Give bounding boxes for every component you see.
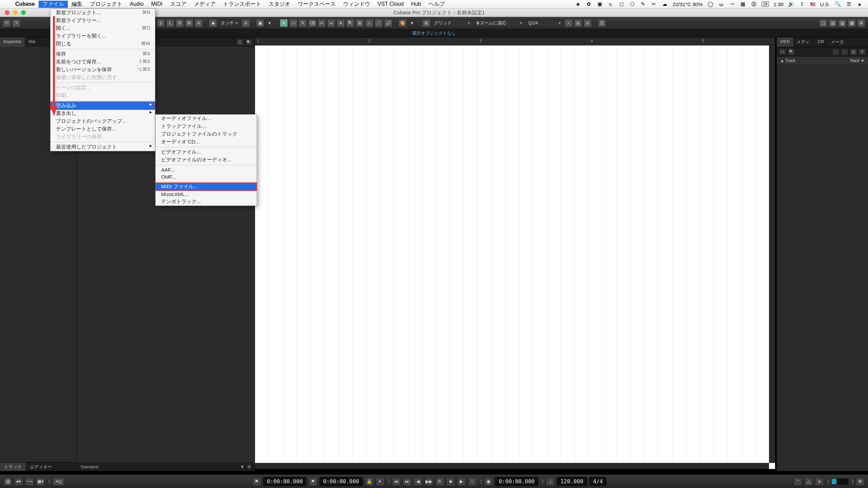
settings-button[interactable]: ⚙ <box>857 19 865 27</box>
warp-tool[interactable]: ⫽ <box>365 19 373 27</box>
input-lang[interactable]: U.S. <box>820 1 830 7</box>
write-button[interactable]: W <box>185 19 193 27</box>
evernote-icon[interactable]: ✎ <box>640 1 646 7</box>
right-locator[interactable]: 0:00:00.000 <box>319 477 363 486</box>
dropbox-icon[interactable]: ⬡ <box>629 1 635 7</box>
transport-midi-mode[interactable]: ▣▾ <box>36 477 45 486</box>
undo-button[interactable]: ↶ <box>3 19 11 27</box>
window-minimize[interactable] <box>13 10 18 15</box>
camera-icon[interactable]: ▣ <box>597 1 603 7</box>
mi-close[interactable]: 閉じる⌘W <box>51 40 155 48</box>
read-button[interactable]: R <box>176 19 184 27</box>
mi-save-template[interactable]: テンプレートとして保存... <box>51 125 155 133</box>
mi-import-tempo[interactable]: テンポトラック... <box>156 198 257 206</box>
mi-export[interactable]: 書き出し <box>51 110 155 117</box>
mi-import-midi[interactable]: MIDI ファイル... <box>156 183 257 191</box>
timesig-display[interactable]: 4/4 <box>589 477 606 486</box>
notification-icon[interactable]: ☰ <box>846 1 852 7</box>
mute-tool[interactable]: ✕ <box>337 19 345 27</box>
menu-media[interactable]: メディア <box>190 1 219 8</box>
tab-track[interactable]: トラック <box>0 463 26 471</box>
menu-midi[interactable]: MIDI <box>147 1 166 7</box>
dropdown-button[interactable]: ▼ <box>265 19 274 27</box>
transport-power[interactable]: ⏻ <box>3 477 12 486</box>
tab-editor[interactable]: エディター <box>26 463 56 471</box>
col-track[interactable]: ▲ Track <box>777 58 823 63</box>
menu-score[interactable]: スコア <box>166 1 190 8</box>
zoom-tool[interactable]: 🔍 <box>346 19 354 27</box>
solo-button[interactable]: S <box>157 19 165 27</box>
status-icon[interactable]: ◯ <box>707 1 713 7</box>
cycle[interactable]: ↻ <box>435 477 444 486</box>
marker-button[interactable]: ◉ <box>484 477 493 486</box>
mi-import-aaf[interactable]: AAF... <box>156 166 257 173</box>
punch-in[interactable]: 🔒 <box>365 477 374 486</box>
line-tool[interactable]: ／ <box>375 19 383 27</box>
settings-button[interactable]: ⚙ <box>859 48 866 55</box>
layout-button[interactable]: ▤ <box>829 19 837 27</box>
main-time[interactable]: 0:00:00.000 <box>495 477 538 486</box>
mi-save[interactable]: 保存⌘S <box>51 50 155 58</box>
zoom-mode-combo[interactable]: ⋕ ズームに適応 <box>474 19 525 27</box>
go-start[interactable]: ⏮ <box>392 477 401 486</box>
window-close[interactable] <box>5 10 9 15</box>
automation-icon[interactable]: ◆ <box>209 19 217 27</box>
go-end[interactable]: ⏭ <box>403 477 412 486</box>
volume-icon[interactable]: 🔊 <box>788 1 794 7</box>
wifi-icon[interactable]: ⇪ <box>799 1 805 7</box>
arrange-grid[interactable] <box>255 45 775 463</box>
tab-media[interactable]: メディ. <box>793 37 814 47</box>
status-icon[interactable]: ⓖ <box>751 1 757 7</box>
window-maximize[interactable] <box>21 10 26 15</box>
mi-import-track[interactable]: トラックファイル... <box>156 122 257 130</box>
e-button[interactable]: e <box>242 19 250 27</box>
mi-save-version[interactable]: 新しいバージョンを保存⌥⌘S <box>51 66 155 74</box>
e-button[interactable]: e <box>584 19 592 27</box>
quantize-combo[interactable]: Q 1/4 <box>526 19 563 27</box>
tab-inspector[interactable]: Inspector <box>0 37 25 47</box>
add-instrument-button[interactable]: +⫴ <box>779 48 786 55</box>
status-icon[interactable]: ⤳ <box>729 1 735 7</box>
layout-button[interactable]: ▥ <box>838 19 846 27</box>
record-button[interactable]: ○ <box>468 477 477 486</box>
mi-import-video[interactable]: ビデオファイル... <box>156 148 257 156</box>
timeline-ruler[interactable]: 1 2 3 4 5 <box>255 37 775 45</box>
rewind[interactable]: ◀ <box>414 477 422 486</box>
track-preset[interactable]: Standard <box>80 464 98 469</box>
scrollbar-vertical[interactable] <box>769 45 775 463</box>
menu-workspace[interactable]: ワークスペース <box>294 1 339 8</box>
comp-tool[interactable]: ⊞ <box>356 19 364 27</box>
automation-button[interactable]: A <box>195 19 203 27</box>
draw-tool[interactable]: ✎ <box>299 19 307 27</box>
metronome-button[interactable]: ⌃ <box>793 477 802 486</box>
status-icon[interactable]: ✂ <box>651 1 657 7</box>
clock[interactable]: 1:30 <box>774 1 784 7</box>
app-menu[interactable]: Cubase <box>12 1 39 7</box>
color-tool[interactable]: 🎨 <box>398 19 407 27</box>
mi-open-library[interactable]: ライブラリーを開く... <box>51 32 155 40</box>
tab-cr[interactable]: CR <box>814 37 827 47</box>
transport-record-mode[interactable]: ●▾ <box>14 477 23 486</box>
spotlight-icon[interactable]: 🔍 <box>835 1 841 7</box>
menu-vstcloud[interactable]: VST Cloud <box>374 1 408 7</box>
scrollbar-horizontal[interactable] <box>255 463 769 469</box>
tempo-display[interactable]: 120.000 <box>557 477 587 486</box>
nav-up[interactable]: ↑ <box>832 48 840 55</box>
menu-hub[interactable]: Hub <box>408 1 425 7</box>
play-button[interactable]: ▶ <box>457 477 466 486</box>
range-tool[interactable]: ▭ <box>289 19 297 27</box>
menu-transport[interactable]: トランスポート <box>219 1 265 8</box>
menu-audio[interactable]: Audio <box>126 1 147 7</box>
nav-down[interactable]: ↓ <box>841 48 848 55</box>
menu-file[interactable]: ファイル <box>39 1 68 8</box>
preset-settings[interactable]: ⚙ <box>247 464 251 469</box>
split-tool[interactable]: ✂ <box>318 19 326 27</box>
count-in-button[interactable]: △ <box>804 477 813 486</box>
tab-meter[interactable]: メータ. <box>827 37 849 47</box>
quantize-apply[interactable]: ⋆ <box>565 19 573 27</box>
snap-button[interactable]: ⊞ <box>422 19 430 27</box>
click-settings[interactable]: e <box>815 477 824 486</box>
battery-text[interactable]: 28 <box>762 1 769 7</box>
snap-mode-combo[interactable]: グリッド <box>432 19 472 27</box>
forward[interactable]: ▶▶ <box>425 477 433 486</box>
